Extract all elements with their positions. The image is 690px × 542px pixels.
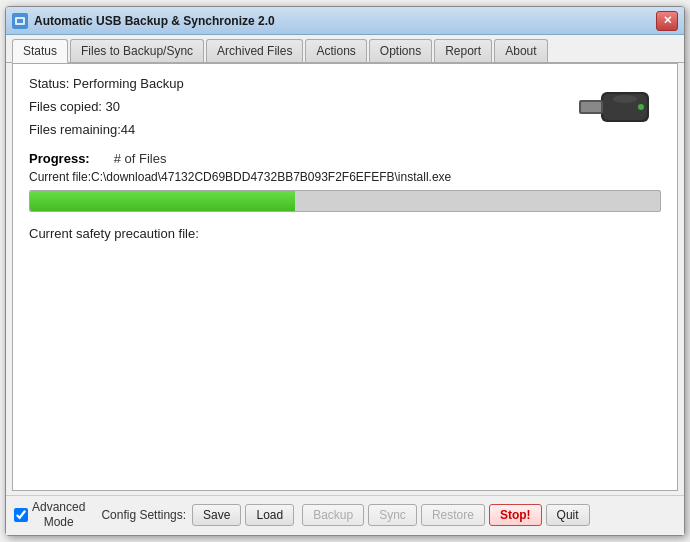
usb-icon <box>571 72 661 142</box>
progress-label: Progress: <box>29 151 90 166</box>
svg-point-7 <box>638 104 644 110</box>
status-line1: Status: Performing Backup <box>29 76 661 91</box>
app-icon <box>12 13 28 29</box>
bottom-bar: Advanced Mode Config Settings: Save Load… <box>6 495 684 535</box>
close-button[interactable]: ✕ <box>656 11 678 31</box>
save-button[interactable]: Save <box>192 504 241 526</box>
title-bar: Automatic USB Backup & Synchronize 2.0 ✕ <box>6 7 684 35</box>
progress-section: Progress: # of Files Current file:C:\dow… <box>29 151 661 212</box>
tab-bar: Status Files to Backup/Sync Archived Fil… <box>6 35 684 63</box>
current-file-text: Current file:C:\download\47132CD69BDD473… <box>29 170 661 184</box>
tab-status[interactable]: Status <box>12 39 68 63</box>
tab-actions[interactable]: Actions <box>305 39 366 62</box>
tab-files-backup[interactable]: Files to Backup/Sync <box>70 39 204 62</box>
content-area: Status: Performing Backup Files copied: … <box>12 63 678 491</box>
advanced-mode-label: Advanced Mode <box>32 500 85 529</box>
tab-options[interactable]: Options <box>369 39 432 62</box>
svg-point-6 <box>613 95 637 103</box>
action-buttons: Backup Sync Restore Stop! Quit <box>302 504 589 526</box>
advanced-mode-checkbox[interactable] <box>14 508 28 522</box>
stop-button[interactable]: Stop! <box>489 504 542 526</box>
svg-rect-5 <box>581 102 601 112</box>
svg-rect-1 <box>17 19 23 23</box>
status-line3: Files remaining:44 <box>29 122 661 137</box>
restore-button[interactable]: Restore <box>421 504 485 526</box>
progress-label-row: Progress: # of Files <box>29 151 661 166</box>
tab-archived[interactable]: Archived Files <box>206 39 303 62</box>
status-line2: Files copied: 30 <box>29 99 661 114</box>
window-title: Automatic USB Backup & Synchronize 2.0 <box>34 14 275 28</box>
tab-report[interactable]: Report <box>434 39 492 62</box>
safety-precaution-label: Current safety precaution file: <box>29 226 661 241</box>
sync-button[interactable]: Sync <box>368 504 417 526</box>
load-button[interactable]: Load <box>245 504 294 526</box>
advanced-mode-section: Advanced Mode <box>14 500 85 529</box>
config-label: Config Settings: <box>101 508 186 522</box>
progress-bar-container <box>29 190 661 212</box>
progress-bar-fill <box>30 191 295 211</box>
backup-button[interactable]: Backup <box>302 504 364 526</box>
title-bar-left: Automatic USB Backup & Synchronize 2.0 <box>12 13 275 29</box>
config-section: Config Settings: Save Load <box>101 504 294 526</box>
tab-about[interactable]: About <box>494 39 547 62</box>
main-window: Automatic USB Backup & Synchronize 2.0 ✕… <box>5 6 685 536</box>
progress-files-label: # of Files <box>114 151 167 166</box>
quit-button[interactable]: Quit <box>546 504 590 526</box>
